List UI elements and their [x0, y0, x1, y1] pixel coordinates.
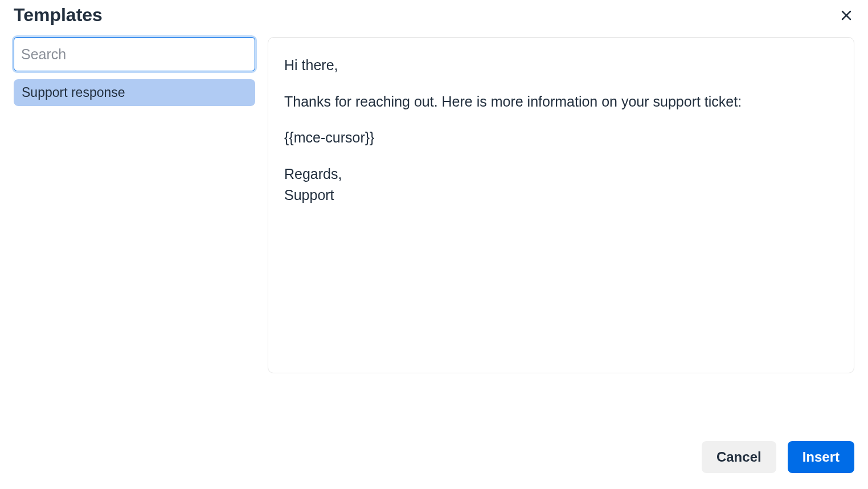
close-button[interactable]	[836, 5, 857, 26]
cancel-button[interactable]: Cancel	[702, 441, 776, 473]
template-preview: Hi there, Thanks for reaching out. Here …	[268, 37, 854, 373]
dialog-title: Templates	[14, 5, 103, 26]
preview-line: Support	[284, 187, 334, 203]
search-input[interactable]	[14, 37, 255, 71]
preview-paragraph: Hi there,	[284, 55, 838, 76]
dialog-footer: Cancel Insert	[702, 441, 854, 473]
dialog-body: Support response Hi there, Thanks for re…	[0, 37, 868, 373]
close-icon	[840, 9, 853, 22]
template-list: Support response	[14, 79, 255, 106]
preview-paragraph: Regards, Support	[284, 164, 838, 206]
insert-button[interactable]: Insert	[788, 441, 854, 473]
templates-dialog: Templates Support response Hi there, Tha…	[0, 0, 868, 489]
preview-paragraph: {{mce-cursor}}	[284, 127, 838, 149]
template-sidebar: Support response	[14, 37, 255, 373]
preview-paragraph: Thanks for reaching out. Here is more in…	[284, 91, 838, 113]
preview-line: Regards,	[284, 166, 342, 182]
template-item-support-response[interactable]: Support response	[14, 79, 255, 106]
dialog-header: Templates	[0, 0, 868, 37]
